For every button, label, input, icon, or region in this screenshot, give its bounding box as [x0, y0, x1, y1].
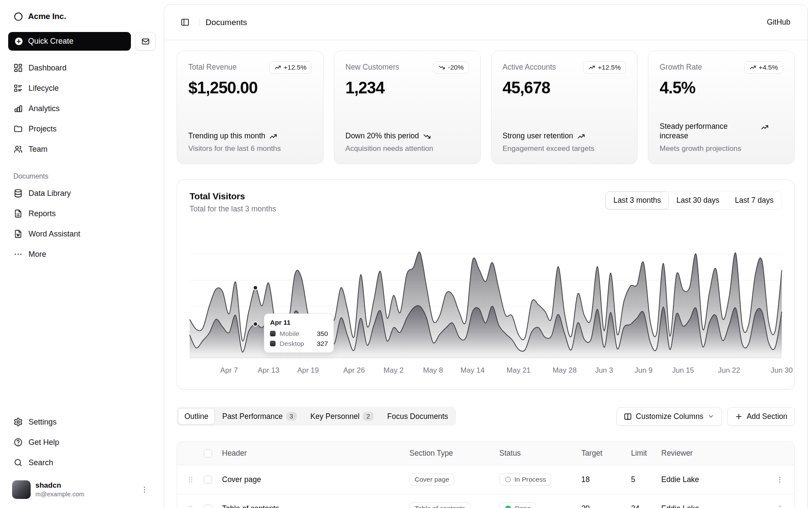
nav-label: Search	[29, 458, 53, 467]
range-toggle-group: Last 3 months Last 30 days Last 7 days	[605, 191, 782, 210]
tab-past-performance[interactable]: Past Performance3	[216, 408, 303, 425]
row-menu-button[interactable]	[772, 472, 787, 487]
drag-handle[interactable]	[184, 502, 197, 508]
stat-label: Total Revenue	[188, 61, 237, 72]
column-header-header: Header	[222, 449, 409, 458]
sidebar-item-get-help[interactable]: Get Help	[8, 433, 155, 452]
cell-reviewer: Eddie Lake	[661, 504, 765, 508]
sidebar-item-reports[interactable]: Reports	[8, 204, 155, 223]
stat-label: New Customers	[346, 61, 399, 72]
sidebar-footer-nav: Settings Get Help Search	[8, 412, 155, 472]
range-last-3-months[interactable]: Last 3 months	[606, 192, 669, 209]
circle-plus-icon	[14, 37, 23, 46]
column-header-reviewer: Reviewer	[661, 449, 765, 458]
stat-footnote: Steady performance increase	[660, 122, 783, 141]
sidebar-item-more[interactable]: More	[8, 245, 155, 264]
svg-text:Jun 15: Jun 15	[672, 366, 694, 374]
page-header: Documents GitHub	[164, 5, 807, 40]
sidebar-item-dashboard[interactable]: Dashboard	[8, 58, 155, 77]
svg-text:Apr 19: Apr 19	[297, 366, 319, 374]
add-section-button[interactable]: Add Section	[727, 407, 795, 426]
chart-area[interactable]: Apr 7Apr 13Apr 19Apr 26May 2May 8May 14M…	[190, 228, 782, 379]
stat-label: Active Accounts	[503, 61, 556, 72]
inbox-button[interactable]	[135, 32, 155, 51]
select-all-checkbox[interactable]	[204, 449, 212, 457]
nav-label: Analytics	[29, 104, 60, 113]
user-menu[interactable]: shadcn m@example.com	[8, 477, 155, 502]
range-last-30-days[interactable]: Last 30 days	[669, 192, 727, 209]
cell-header[interactable]: Cover page	[222, 475, 409, 484]
sidebar-item-settings[interactable]: Settings	[8, 412, 155, 431]
stat-subnote: Meets growth projections	[660, 144, 783, 153]
svg-text:Jun 30: Jun 30	[771, 366, 793, 374]
quick-create-button[interactable]: Quick Create	[8, 32, 131, 51]
nav-label: More	[29, 250, 46, 259]
cell-reviewer: Eddie Lake	[661, 475, 765, 484]
sidebar-item-team[interactable]: Team	[8, 140, 155, 159]
row-checkbox[interactable]	[204, 476, 212, 484]
stat-card-new-customers: New Customers -20% 1,234 Down 20% this p…	[334, 51, 481, 164]
stat-card-total-revenue: Total Revenue +12.5% $1,250.00 Trending …	[177, 51, 324, 164]
stat-value: 1,234	[346, 79, 469, 97]
column-header-status: Status	[499, 449, 581, 458]
sidebar-item-search[interactable]: Search	[8, 453, 155, 472]
sidebar-item-word-assistant[interactable]: Word Assistant	[8, 224, 155, 243]
svg-text:Jun 3: Jun 3	[595, 366, 613, 374]
tab-outline[interactable]: Outline	[178, 408, 215, 425]
brand[interactable]: Acme Inc.	[8, 7, 155, 26]
sidebar-item-data-library[interactable]: Data Library	[8, 184, 155, 203]
row-menu-button[interactable]	[772, 501, 787, 508]
stat-value: $1,250.00	[188, 79, 312, 97]
chart-bar-icon	[13, 104, 23, 113]
stat-footnote: Down 20% this period	[346, 131, 469, 141]
columns-icon	[624, 412, 632, 421]
customize-columns-button[interactable]: Customize Columns	[616, 407, 722, 426]
dots-vertical-icon	[140, 486, 149, 494]
dashboard-icon	[13, 63, 23, 73]
tooltip-row: Desktop 327	[270, 340, 328, 348]
cell-header[interactable]: Table of contents	[222, 504, 409, 508]
svg-text:May 14: May 14	[460, 366, 485, 374]
sidebar-group-label: Documents	[8, 173, 155, 180]
grip-vertical-icon	[187, 505, 195, 508]
acme-logo-icon	[13, 12, 23, 22]
user-menu-button[interactable]	[137, 482, 152, 497]
total-visitors-card: Total Visitors Total for the last 3 mont…	[177, 179, 795, 390]
stat-footnote: Strong user retention	[503, 131, 626, 141]
brand-name: Acme Inc.	[28, 12, 66, 21]
nav-label: Data Library	[29, 189, 71, 198]
stats-grid: Total Revenue +12.5% $1,250.00 Trending …	[177, 51, 795, 164]
column-header-section-type: Section Type	[409, 449, 499, 458]
chevron-down-icon	[707, 413, 714, 420]
tab-focus-documents[interactable]: Focus Documents	[381, 408, 455, 425]
section-type-badge: Table of contents	[409, 502, 470, 508]
report-icon	[13, 209, 23, 218]
status-badge: Done	[499, 502, 536, 508]
dots-vertical-icon	[776, 505, 784, 508]
tab-key-personnel[interactable]: Key Personnel2	[304, 408, 380, 425]
row-checkbox[interactable]	[204, 505, 212, 508]
svg-text:Jun 9: Jun 9	[634, 366, 653, 374]
sidebar-item-lifecycle[interactable]: Lifecycle	[8, 79, 155, 98]
tab-count-badge: 3	[286, 412, 297, 421]
sidebar-item-projects[interactable]: Projects	[8, 119, 155, 138]
table-row: Cover page Cover page In Process 18 5 Ed…	[177, 465, 794, 494]
loader-icon	[504, 476, 511, 483]
section-type-badge: Cover page	[409, 473, 454, 486]
trending-up-icon	[588, 64, 595, 71]
quick-create-label: Quick Create	[28, 37, 73, 46]
panel-left-icon	[181, 18, 190, 27]
view-tabs: Outline Past Performance3 Key Personnel2…	[177, 407, 456, 426]
range-last-7-days[interactable]: Last 7 days	[727, 192, 782, 209]
github-link[interactable]: GitHub	[763, 14, 795, 30]
nav-label: Reports	[29, 209, 56, 218]
drag-handle[interactable]	[184, 473, 197, 486]
sidebar-toggle-button[interactable]	[177, 14, 193, 31]
status-badge: In Process	[499, 473, 551, 486]
svg-text:May 21: May 21	[507, 366, 531, 374]
trend-badge: +4.5%	[744, 61, 783, 73]
trending-up-icon	[269, 132, 277, 141]
svg-text:Apr 7: Apr 7	[220, 366, 238, 374]
sidebar-item-analytics[interactable]: Analytics	[8, 99, 155, 118]
sidebar: Acme Inc. Quick Create Dashboard Lifecyc…	[0, 0, 164, 508]
